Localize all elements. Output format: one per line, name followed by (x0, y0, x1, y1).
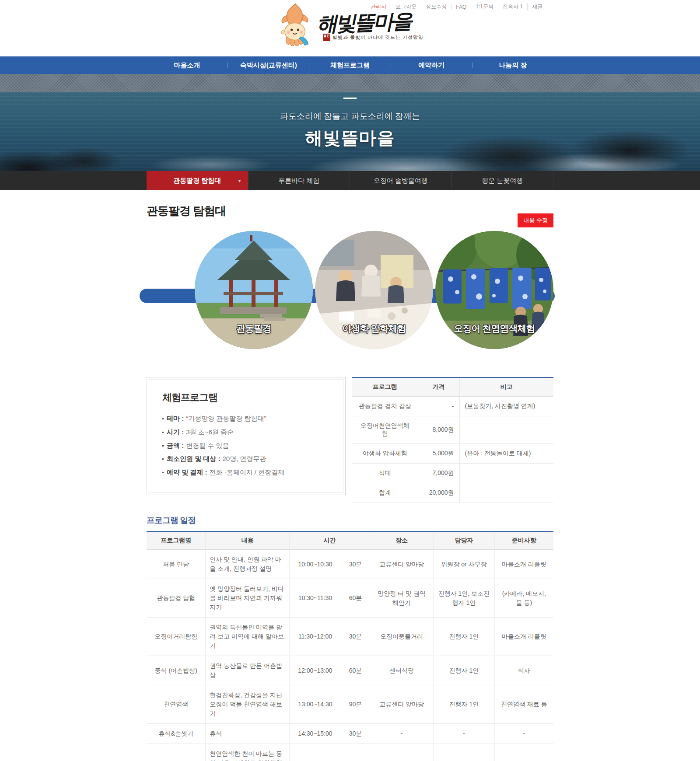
utility-newposts-link[interactable]: 새글 (527, 3, 547, 10)
info-value: “기성망양 관동팔경 탐험대” (186, 412, 266, 426)
utility-inquiry-link[interactable]: 1:1문의 (471, 3, 498, 10)
schedule-cell: 60분 (341, 656, 370, 685)
utility-admin-link[interactable]: 관리자 (366, 3, 391, 10)
hero-subtitle: 파도소리에 잠들고 파도소리에 잠깨는 (280, 111, 420, 122)
schedule-cell: 오징어거리탐험 (147, 618, 206, 656)
program-info-box: 체험프로그램 테마 : “기성망양 관동팔경 탐험대” 시기 : 3월 초~6월… (147, 377, 346, 495)
schedule-cell: 처음 만남 (147, 550, 206, 579)
utility-editinfo-link[interactable]: 정보수정 (421, 3, 451, 10)
schedule-cell: 압화 재료 등 (494, 744, 553, 761)
photo-pressed-flower: 야생화 압화체험 (315, 231, 433, 349)
schedule-cell: 중식 (어촌밥상) (147, 656, 206, 685)
schedule-header-detail: 내용 (206, 531, 290, 550)
schedule-cell: - (370, 724, 434, 744)
info-item-reservation: 예약 및 결제 : 전화 ·홈페이지 / 현장결제 (162, 466, 330, 479)
schedule-cell: 진행자 1인 (434, 744, 495, 761)
schedule-cell: 천연염색 재료 등 (494, 685, 553, 724)
info-value: 3월 초~6월 중순 (186, 426, 234, 439)
schedule-cell: 위원장 or 사무장 (434, 550, 495, 579)
price-header-price: 가격 (418, 377, 459, 397)
info-label: 시기 : (167, 426, 184, 439)
photo-caption: 오징어 천염염색체험 (435, 322, 553, 335)
price-cell: 오징어천연염색체험 (352, 416, 418, 444)
hero-banner: 파도소리에 잠들고 파도소리에 잠깨는 해빛뜰마을 (0, 74, 700, 171)
utility-faq-link[interactable]: FAQ (451, 4, 471, 10)
schedule-cell: 휴식&손씻기 (147, 724, 206, 744)
price-cell: 야생화 압화체험 (352, 444, 418, 464)
tab-lucky-snowflake[interactable]: 행운 눈꽃여행 (452, 171, 554, 190)
schedule-cell: - (434, 724, 495, 744)
info-item-period: 시기 : 3월 초~6월 중순 (162, 426, 330, 439)
tab-label: 오징어 솔방울여행 (374, 177, 428, 185)
schedule-header-manager: 담당자 (434, 531, 495, 550)
hero-dash-decoration (343, 98, 357, 99)
logo-tagline: 볕빛과 물빛이 바다에 깃드는 기성망양 (332, 34, 424, 41)
schedule-cell: 11:30~12:00 (289, 618, 341, 656)
price-table-row: 관동팔경 경치 감상 - (보물찾기, 사진촬영 연계) (352, 397, 553, 416)
price-cell: 합계 (352, 483, 418, 503)
schedule-cell: (카메라, 메모지, 물 등) (494, 579, 553, 618)
price-header-program: 프로그램 (352, 377, 418, 397)
schedule-cell: 교류센터 앞마당 (370, 685, 434, 724)
schedule-cell: 15:00~16:00 (289, 744, 341, 761)
info-value: 전화 ·홈페이지 / 현장결제 (210, 466, 285, 479)
price-table-row: 식대 7,000원 (352, 464, 553, 483)
price-cell (459, 416, 553, 444)
schedule-cell: 교류센터 (370, 744, 434, 761)
main-nav: 마을소개 숙박시설(교류센터) 체험프로그램 예약하기 나눔의 장 (0, 56, 700, 74)
schedule-cell: 야생화 압화 (147, 744, 206, 761)
logo-title: 해빛뜰마을 (316, 10, 424, 35)
edit-content-button[interactable]: 내용 수정 (518, 213, 553, 227)
page-title: 관동팔경 탐험대 (147, 203, 553, 219)
schedule-cell: 12:00~13:00 (289, 656, 341, 685)
schedule-cell: 10:00~10:30 (289, 550, 341, 579)
info-label: 예약 및 결제 : (167, 466, 207, 479)
info-item-price: 금액 : 변경될 수 있음 (162, 439, 330, 453)
price-table-row: 합계 20,000원 (352, 483, 553, 503)
schedule-cell: 오징어풍물거리 (370, 618, 434, 656)
schedule-header-program: 프로그램명 (147, 531, 206, 550)
tab-squid-trip[interactable]: 오징어 솔방울여행 (350, 171, 452, 190)
schedule-cell: 식사 (494, 656, 553, 685)
nav-item-programs[interactable]: 체험프로그램 (309, 56, 390, 74)
schedule-cell: 60분 (341, 579, 370, 618)
schedule-cell: - (494, 724, 553, 744)
info-value: 변경될 수 있음 (186, 439, 229, 453)
squid-mascot-icon (276, 3, 313, 50)
price-cell (459, 483, 553, 503)
schedule-header-preparation: 준비사항 (494, 531, 553, 550)
nav-item-lodging[interactable]: 숙박시설(교류센터) (228, 56, 309, 74)
schedule-cell: 센터식당 (370, 656, 434, 685)
nav-item-sharing[interactable]: 나눔의 장 (472, 56, 553, 74)
schedule-row: 야생화 압화 천연염색한 천이 마르는 동안 마을 야생화로 압화체험하기 (유… (147, 744, 553, 761)
schedule-cell: 교류센터 앞마당 (370, 550, 434, 579)
info-value: 20명, 연령무관 (223, 452, 266, 466)
info-label: 테마 : (167, 412, 184, 426)
tab-label: 푸른바다 체험 (278, 177, 319, 185)
hero-title: 해빛뜰마을 (305, 126, 395, 150)
schedule-cell: 진행자 1인 (434, 656, 495, 685)
schedule-cell: 30분 (341, 618, 370, 656)
nav-item-village-intro[interactable]: 마을소개 (147, 56, 228, 74)
schedule-section: 프로그램 일정 프로그램명 내용 시간 장소 담당자 준비사항 (147, 515, 553, 761)
schedule-header-row: 프로그램명 내용 시간 장소 담당자 준비사항 (147, 531, 553, 550)
info-item-minimum: 최소인원 및 대상 : 20명, 연령무관 (162, 452, 330, 466)
schedule-row: 중식 (어촌밥상) 권역 농산물로 만든 어촌밥상 12:00~13:00 60… (147, 656, 553, 685)
schedule-cell: 60분 (341, 744, 370, 761)
subnav-bar: 관동팔경 탐험대 ▼ 푸른바다 체험 오징어 솔방울여행 행운 눈꽃여행 (0, 171, 700, 190)
schedule-cell: 진행자 1인, 보조진행자 1인 (434, 579, 495, 618)
price-table-header-row: 프로그램 가격 비고 (352, 377, 553, 397)
tab-blue-sea[interactable]: 푸른바다 체험 (248, 171, 350, 190)
price-cell: (유아 : 전통놀이로 대체) (459, 444, 553, 464)
schedule-cell: 90분 (341, 685, 370, 724)
price-cell (459, 464, 553, 483)
price-cell: 8,000원 (418, 416, 459, 444)
site-header: 관리자 로그아웃 정보수정 FAQ 1:1문의 접속자 1 새글 (0, 0, 700, 56)
chevron-down-icon: ▼ (238, 178, 242, 183)
schedule-cell: 관동팔경 탐험 (147, 579, 206, 618)
nav-item-reservation[interactable]: 예약하기 (391, 56, 472, 74)
photo-caption: 관동팔경 (195, 322, 313, 335)
photo-pavilion: 관동팔경 (195, 231, 313, 349)
tab-gwandong-palgyeong[interactable]: 관동팔경 탐험대 ▼ (147, 171, 248, 190)
price-cell: 5,000원 (418, 444, 459, 464)
